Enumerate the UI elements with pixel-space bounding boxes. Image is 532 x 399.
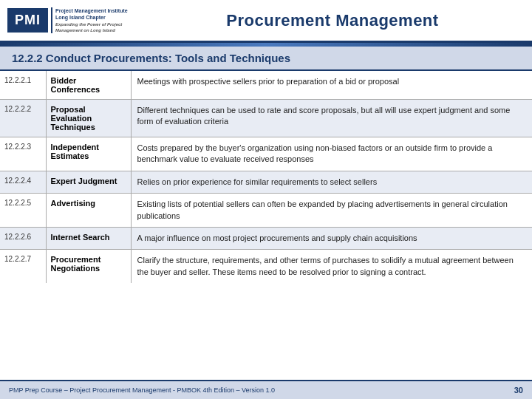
table-row: 12.2.2.2Proposal Evaluation TechniquesDi… [0, 100, 532, 137]
footer-text: PMP Prep Course – Project Procurement Ma… [9, 386, 275, 394]
row-description: Relies on prior experience for similar r… [131, 171, 532, 193]
row-number: 12.2.2.4 [0, 171, 46, 193]
row-topic: Proposal Evaluation Techniques [46, 100, 131, 137]
header: PMI Project Management Institute Long Is… [0, 0, 532, 43]
row-number: 12.2.2.1 [0, 71, 46, 100]
table-row: 12.2.2.3Independent EstimatesCosts prepa… [0, 137, 532, 171]
logo-text: Project Management Institute Long Island… [51, 7, 140, 34]
section-title: 12.2.2 Conduct Procurements: Tools and T… [0, 47, 532, 71]
logo-tagline: Expanding the Power of Project Managemen… [55, 22, 140, 34]
row-description: Clarify the structure, requirements, and… [131, 250, 532, 283]
row-description: A major influence on most project procur… [131, 227, 532, 249]
row-topic: Advertising [46, 194, 131, 228]
row-topic: Bidder Conferences [46, 71, 131, 100]
row-topic: Independent Estimates [46, 137, 131, 171]
row-description: Different techniques can be used to rate… [131, 100, 532, 137]
table-row: 12.2.2.6Internet SearchA major influence… [0, 227, 532, 249]
row-number: 12.2.2.6 [0, 227, 46, 249]
logo-line1: Project Management Institute [55, 7, 140, 14]
row-topic: Procurement Negotiations [46, 250, 131, 283]
table-row: 12.2.2.7Procurement NegotiationsClarify … [0, 250, 532, 283]
logo-area: PMI Project Management Institute Long Is… [7, 7, 140, 34]
table-row: 12.2.2.5AdvertisingExisting lists of pot… [0, 194, 532, 228]
footer-page: 30 [514, 386, 523, 395]
row-number: 12.2.2.7 [0, 250, 46, 283]
row-description: Meetings with prospective sellers prior … [131, 71, 532, 100]
pmi-logo: PMI [7, 8, 48, 33]
row-topic: Expert Judgment [46, 171, 131, 193]
row-number: 12.2.2.2 [0, 100, 46, 137]
table-row: 12.2.2.1Bidder ConferencesMeetings with … [0, 71, 532, 100]
row-description: Costs prepared by the buyer's organizati… [131, 137, 532, 171]
content-table: 12.2.2.1Bidder ConferencesMeetings with … [0, 71, 532, 283]
row-number: 12.2.2.5 [0, 194, 46, 228]
page-title: Procurement Management [140, 11, 525, 30]
row-topic: Internet Search [46, 227, 131, 249]
row-description: Existing lists of potential sellers can … [131, 194, 532, 228]
logo-line2: Long Island Chapter [55, 14, 140, 21]
row-number: 12.2.2.3 [0, 137, 46, 171]
table-row: 12.2.2.4Expert JudgmentRelies on prior e… [0, 171, 532, 193]
footer: PMP Prep Course – Project Procurement Ma… [0, 380, 532, 399]
